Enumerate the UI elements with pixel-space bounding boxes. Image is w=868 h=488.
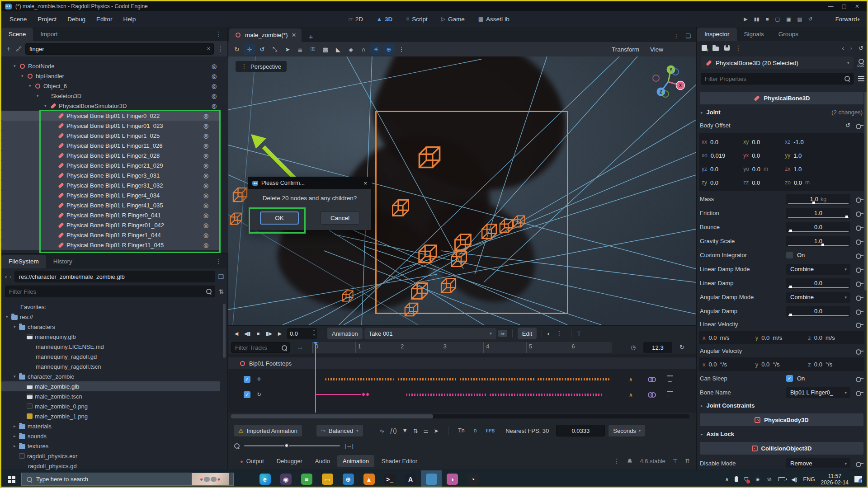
workspace-tab[interactable]: ▲ 3D <box>372 14 397 24</box>
menu-item[interactable]: Scene <box>5 14 31 24</box>
key-icon[interactable] <box>856 267 863 272</box>
filesystem-row[interactable]: mannequiny.glb <box>1 332 228 342</box>
run-control-icon[interactable]: ↺ <box>808 16 812 22</box>
inspector-tab[interactable]: Signals <box>737 28 771 41</box>
run-control-icon[interactable]: ■ <box>766 16 769 22</box>
add-node-button[interactable]: ＋ <box>5 44 12 54</box>
scene-tree-row[interactable]: Physical Bone Bip01 R Finger0_041 ◎ <box>1 210 220 220</box>
category-joint[interactable]: ▸Joint (2 changes) <box>699 106 864 118</box>
category-joint-constraints[interactable]: ▸Joint Constraints <box>699 399 864 412</box>
position-track-row[interactable]: ✛ ∧ <box>228 373 696 385</box>
linear-velocity-vector[interactable]: x0.0m/s y0.0m/s z0.0m/s <box>699 331 864 344</box>
viewport-tool-icon[interactable]: ✛ <box>244 44 255 55</box>
filesystem-row[interactable]: ▾ characters <box>1 322 228 332</box>
visibility-toggle-icon[interactable]: ◎ <box>203 132 208 139</box>
tray-expand-icon[interactable]: ∧ <box>725 476 729 483</box>
body-offset-matrix[interactable]: xx 0.0 xy 0.0 xz -1.0 <box>699 133 864 191</box>
matrix-cell[interactable]: yx 0.0 <box>743 149 783 162</box>
matrix-cell[interactable]: zy 0.0 <box>702 176 742 189</box>
visibility-toggle-icon[interactable]: ◎ <box>203 162 208 169</box>
taskbar-app-icon[interactable]: ◔ <box>462 470 483 488</box>
filesystem-row[interactable]: ragdoll_physics.gd <box>1 461 228 469</box>
taskbar-app-icon[interactable]: ◑ <box>442 470 462 488</box>
bottom-tab[interactable]: Debugger <box>271 455 308 467</box>
scene-tree-row[interactable]: Physical Bone Bip01 L Finger21_029 ◎ <box>1 160 220 170</box>
pin-bottom-icon[interactable]: ⊤ <box>673 458 678 465</box>
timeline-ruler[interactable]: 0123456 <box>312 342 612 353</box>
taskbar-app-icon[interactable] <box>421 470 442 488</box>
visibility-toggle-icon[interactable]: ◎ <box>212 93 217 99</box>
key-icon[interactable] <box>856 197 863 202</box>
fs-menu-icon[interactable]: ⋮ <box>210 254 227 268</box>
filesystem-row[interactable]: ▾ character_zombie <box>1 371 228 381</box>
notification-center-icon[interactable]: 4 <box>854 476 862 483</box>
minimize-button[interactable]: — <box>828 3 834 9</box>
visibility-toggle-icon[interactable]: ◎ <box>203 232 208 239</box>
viewport-tool-icon[interactable]: ↺ <box>256 44 268 55</box>
snap-clock-icon[interactable]: ◷ <box>631 344 636 351</box>
viewport-tool-icon[interactable]: ◈ <box>345 44 357 55</box>
anim-footer-icon[interactable]: ☰ <box>420 427 431 434</box>
bottom-tab[interactable]: Shader Editor <box>376 455 423 467</box>
bottom-tab[interactable]: Output <box>235 455 269 467</box>
current-time-spinbox[interactable]: 0.0 ˄˅ <box>287 328 317 339</box>
fs-path-value[interactable]: res://character_zombie/male_zombie.glb <box>14 271 216 282</box>
angular-damp-mode-dropdown[interactable]: Combine▾ <box>786 292 850 303</box>
visibility-toggle-icon[interactable]: ◎ <box>203 122 208 129</box>
imported-animation-warning[interactable]: ⚠ Imported Animation <box>234 425 302 436</box>
menu-item[interactable]: Project <box>33 14 61 24</box>
fps-icon[interactable]: FPS <box>483 428 497 433</box>
step-value-input[interactable] <box>556 425 605 436</box>
fit-timeline-icon[interactable]: ↔ <box>297 344 303 351</box>
taskbar-app-icon[interactable]: A <box>400 470 421 488</box>
interpolation-icon[interactable] <box>648 377 654 381</box>
interpolation-icon[interactable] <box>648 392 654 397</box>
animation-menu-button[interactable]: Animation <box>327 328 363 339</box>
autoplay-icon[interactable]: A▸ <box>498 330 507 337</box>
matrix-cell[interactable]: xo 0.019 <box>702 149 742 162</box>
scene-tree-row[interactable]: Physical Bone Bip01 R Finger11_045 ◎ <box>1 240 220 250</box>
history-back-icon[interactable]: ‹ <box>842 45 844 52</box>
tab-filesystem[interactable]: FileSystem <box>1 255 46 268</box>
scene-tree-row[interactable]: ▾ bipHandler ◎ <box>1 71 228 81</box>
anim-footer-icon[interactable]: ⇅ <box>410 427 420 434</box>
viewport-tool-icon[interactable]: ◣ <box>332 44 344 55</box>
can-sleep-checkbox[interactable]: On <box>786 373 850 384</box>
matrix-cell[interactable]: yz 0.0 <box>702 162 742 176</box>
fs-sort-icon[interactable]: ⇅ <box>219 288 224 295</box>
bounce-spinbox[interactable]: 0.0 <box>786 222 850 233</box>
scene-filter-input[interactable] <box>25 43 214 55</box>
history-forward-icon[interactable]: › <box>850 45 852 52</box>
filesystem-row[interactable]: Favorites: <box>1 302 228 312</box>
key-icon[interactable] <box>856 123 863 128</box>
taskbar-app-icon[interactable]: ▲ <box>359 470 379 488</box>
taskbar-app-icon[interactable]: ◉ <box>275 470 296 488</box>
defender-icon[interactable]: ⛉ <box>744 476 748 483</box>
fs-split-view-icon[interactable]: ❏ <box>218 273 224 280</box>
search-highlight-image[interactable]: ♥♥ <box>192 473 229 485</box>
revert-icon[interactable]: ↺ <box>845 122 850 129</box>
scene-tree-row[interactable]: Physical Bone Bip01 L Finger3_031 ◎ <box>1 170 220 180</box>
key-icon[interactable] <box>856 309 863 314</box>
visibility-toggle-icon[interactable]: ◎ <box>212 103 217 109</box>
scene-tree-row[interactable]: Physical Bone Bip01 R Finger1_044 ◎ <box>1 230 220 240</box>
taskbar-app-icon[interactable]: >_ <box>379 470 400 488</box>
close-button[interactable]: ✕ <box>855 3 859 9</box>
history-icon[interactable]: ↺ <box>859 45 863 52</box>
playback-button[interactable]: ■ <box>253 328 264 339</box>
playback-button[interactable]: ◀ <box>231 328 242 339</box>
visibility-toggle-icon[interactable]: ◎ <box>203 142 208 149</box>
playback-button[interactable]: ◀▮ <box>242 328 253 339</box>
fit-width-icon[interactable]: |↔| <box>344 442 354 449</box>
visibility-toggle-icon[interactable]: ◎ <box>203 212 208 219</box>
scene-tree-row[interactable]: Physical Bone Bip01 L Finger4_034 ◎ <box>1 190 220 200</box>
viewport-tool-icon[interactable]: ☀ <box>370 44 382 55</box>
bottom-menu-icon[interactable]: ⋮ <box>613 457 619 465</box>
visibility-toggle-icon[interactable]: ◎ <box>203 222 208 229</box>
tab-history[interactable]: History <box>46 255 80 268</box>
tab-import[interactable]: Import <box>33 28 65 41</box>
expand-viewport-icon[interactable]: ❏ <box>685 33 691 39</box>
workspace-tab[interactable]: ▷ Game <box>437 14 469 24</box>
fs-scrollbar[interactable] <box>223 304 226 358</box>
filesystem-row[interactable]: mannequiny_ragdoll.tscn <box>1 361 228 371</box>
